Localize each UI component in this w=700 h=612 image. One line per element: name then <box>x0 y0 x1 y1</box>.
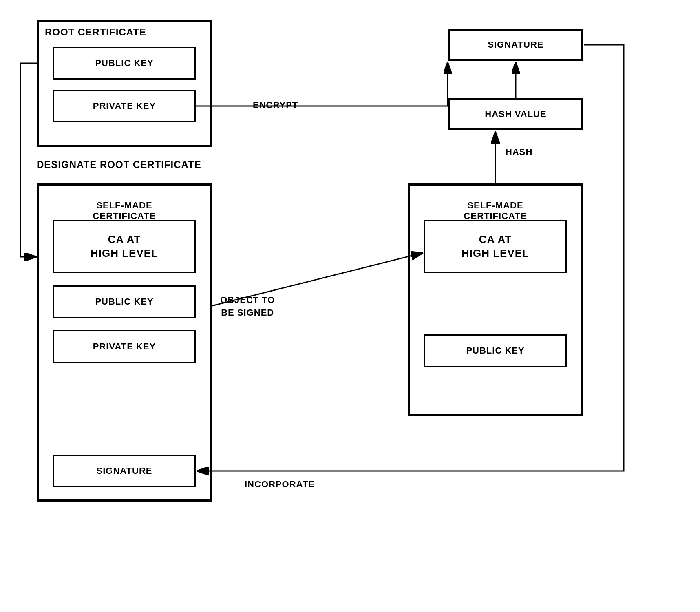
incorporate-label: INCORPORATE <box>245 479 315 490</box>
signature-left-label: SIGNATURE <box>97 466 152 476</box>
public-key-root-label: PUBLIC KEY <box>95 58 153 68</box>
public-key-right-label: PUBLIC KEY <box>466 345 524 356</box>
hash-value-label: HASH VALUE <box>485 109 546 119</box>
public-key-left-box: PUBLIC KEY <box>53 285 196 318</box>
hash-value-box: HASH VALUE <box>448 98 583 130</box>
encrypt-label: ENCRYPT <box>253 100 298 110</box>
private-key-root-label: PRIVATE KEY <box>93 101 156 111</box>
public-key-root-box: PUBLIC KEY <box>53 47 196 80</box>
public-key-right-box: PUBLIC KEY <box>424 334 567 367</box>
private-key-left-label: PRIVATE KEY <box>93 341 156 352</box>
self-made-cert-left-label: SELF-MADE CERTIFICATE <box>47 190 202 221</box>
hash-label: HASH <box>506 147 532 157</box>
signature-left-box: SIGNATURE <box>53 455 196 487</box>
object-to-be-signed-label: OBJECT TO BE SIGNED <box>220 281 275 319</box>
root-cert-outer-box: ROOT CERTIFICATE <box>37 20 212 147</box>
root-cert-label: ROOT CERTIFICATE <box>45 27 146 38</box>
private-key-root-box: PRIVATE KEY <box>53 90 196 122</box>
ca-high-level-left-label: CA AT HIGH LEVEL <box>91 233 158 261</box>
diagram-container: ROOT CERTIFICATE PUBLIC KEY PRIVATE KEY … <box>0 0 700 612</box>
ca-high-level-right-label: CA AT HIGH LEVEL <box>462 233 529 261</box>
private-key-left-box: PRIVATE KEY <box>53 330 196 363</box>
signature-top-label: SIGNATURE <box>488 40 544 50</box>
ca-high-level-left-box: CA AT HIGH LEVEL <box>53 220 196 273</box>
designate-root-label: DESIGNATE ROOT CERTIFICATE <box>37 159 201 170</box>
signature-top-box: SIGNATURE <box>448 29 583 61</box>
public-key-left-label: PUBLIC KEY <box>95 296 153 307</box>
self-made-cert-right-label: SELF-MADE CERTIFICATE <box>418 190 573 221</box>
ca-high-level-right-box: CA AT HIGH LEVEL <box>424 220 567 273</box>
